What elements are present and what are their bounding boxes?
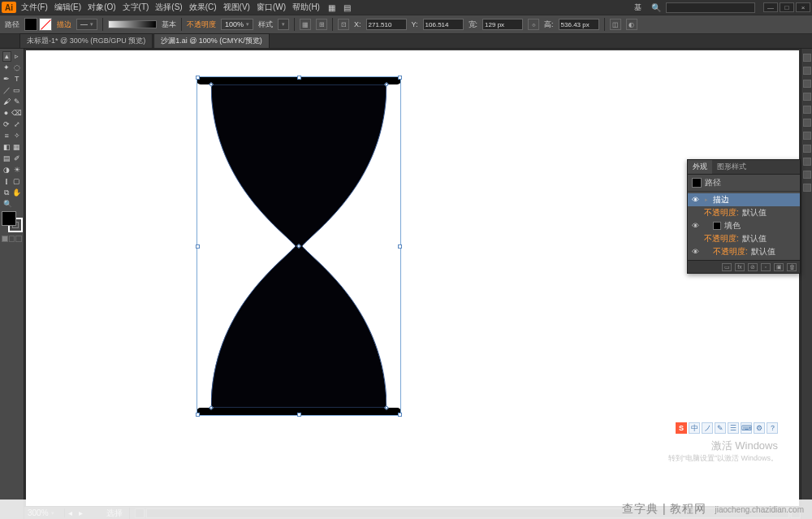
shb-tool[interactable]: ◧ [2,142,12,153]
slice-tool[interactable]: ⧉ [2,188,11,198]
eyedrop-tool[interactable]: ✐ [12,154,22,164]
hand-tool[interactable]: ✋ [11,188,22,198]
fill-box[interactable] [2,211,16,226]
dock-panel-icon[interactable] [803,93,811,101]
menu-item[interactable]: 窗口(W) [253,2,289,13]
expand-icon[interactable]: ▸ [703,197,710,203]
rotate-tool[interactable]: ⟳ [2,119,12,130]
row-swatch[interactable] [713,222,721,230]
document-tab[interactable]: 未标题-1* @ 300% (RGB/GPU 预览) [19,33,153,48]
symbol-tool[interactable]: ☀ [12,165,22,175]
menu-item[interactable]: 文件(F) [18,2,51,13]
stroke-swatch[interactable] [39,18,52,31]
blob-tool[interactable]: ● [2,108,11,119]
handle-mr[interactable] [398,244,402,249]
menu-item[interactable]: 选择(S) [152,2,185,13]
dock-panel-icon[interactable] [803,80,811,88]
ime-button[interactable]: ノ [702,422,713,434]
eraser-tool[interactable]: ⌫ [11,108,22,119]
panel-foot-button[interactable]: ▣ [774,263,784,271]
transform-icon[interactable]: ⊞ [316,19,327,30]
dock-panel-icon[interactable] [803,132,811,140]
search-icon[interactable]: 🔍 [648,3,664,12]
style-label[interactable]: 样式 [258,19,273,30]
bridge-icon[interactable]: ▦ [325,3,339,12]
visibility-icon[interactable]: 👁 [692,196,700,204]
style-dropdown[interactable]: ▾ [278,19,289,30]
dock-panel-icon[interactable] [803,171,811,179]
panel-foot-button[interactable]: ⊘ [748,263,758,271]
ime-button[interactable]: ⌨ [741,422,752,434]
mode-inside[interactable] [15,236,22,242]
warp-tool[interactable]: ✧ [12,131,22,141]
visibility-icon[interactable]: 👁 [692,222,700,230]
panel-foot-button[interactable]: ▭ [722,263,732,271]
ime-button[interactable]: S [676,422,687,434]
dock-panel-icon[interactable] [803,119,811,127]
handle-ml[interactable] [196,244,200,249]
link-wh-icon[interactable]: ⟐ [528,19,539,30]
dock-panel-icon[interactable] [803,184,811,192]
stroke-weight-dropdown[interactable]: —▾ [76,19,97,30]
panel-foot-button[interactable]: 🗑 [787,263,797,271]
appearance-row[interactable]: 👁填色 [688,219,800,232]
line-tool[interactable]: ／ [2,85,12,96]
maximize-button[interactable]: □ [780,2,794,12]
fill-swatch[interactable] [24,18,37,31]
rect-tool[interactable]: ▭ [12,85,22,96]
menu-item[interactable]: 编辑(E) [51,2,84,13]
stroke-profile[interactable] [108,20,157,28]
lasso-tool[interactable]: ◌ [12,63,22,73]
opacity-label[interactable]: 不透明度 [187,19,216,30]
sel-tool[interactable]: ▴ [2,51,12,62]
hourglass-art[interactable] [197,76,401,416]
menu-item[interactable]: 帮助(H) [289,2,323,13]
panel-foot-button[interactable]: ◦ [761,263,771,271]
menu-item[interactable]: 对象(O) [84,2,119,13]
artboard[interactable]: S中ノ✎☰⌨⚙？ 激活 Windows 转到“电脑设置”以激活 Windows。 [26,50,799,506]
appearance-row[interactable]: 不透明度: 默认值 [688,232,800,245]
w-field[interactable]: 129 px [482,19,523,30]
y-field[interactable]: 106.514 [423,19,464,30]
shape-mode-icon[interactable]: ◫ [610,19,621,30]
brush-basic-label[interactable]: 基本 [162,19,176,30]
panel-tab[interactable]: 外观 [688,160,712,174]
appearance-row[interactable]: 👁不透明度: 默认值 [688,245,800,258]
ime-button[interactable]: ☰ [728,422,739,434]
mode-normal[interactable] [2,236,8,242]
h-field[interactable]: 536.43 px [559,19,599,30]
isolate-icon[interactable]: ◐ [626,19,637,30]
wand-tool[interactable]: ✦ [2,63,12,73]
panel-foot-button[interactable]: fx [735,263,745,271]
dsel-tool[interactable]: ▹ [12,51,22,62]
ime-button[interactable]: ✎ [715,422,726,434]
appearance-panel[interactable]: 外观图形样式 路径 👁▸描边不透明度: 默认值👁填色不透明度: 默认值👁不透明度… [687,159,801,274]
scale-tool[interactable]: ⤢ [12,119,22,130]
mode-behind[interactable] [9,236,15,242]
document-tab[interactable]: 沙漏1.ai @ 100% (CMYK/预览) [153,33,270,48]
appearance-row[interactable]: 👁▸描边 [688,193,800,206]
arrange-icon[interactable]: ▤ [340,3,354,12]
fill-stroke-control[interactable] [2,211,23,232]
brush-tool[interactable]: 🖌 [2,97,12,107]
dock-panel-icon[interactable] [803,145,811,153]
ref-point-icon[interactable]: ⊡ [338,19,349,30]
pencil-tool[interactable]: ✎ [12,97,22,107]
opacity-dropdown[interactable]: 100%▾ [221,19,253,30]
ime-button[interactable]: 中 [689,422,700,434]
width-tool[interactable]: ≡ [2,131,12,141]
dock-panel-icon[interactable] [803,106,811,114]
zoom-tool[interactable]: 🔍 [2,199,13,210]
close-window-button[interactable]: × [796,2,810,12]
type-tool[interactable]: T [12,74,22,84]
dock-panel-icon[interactable] [803,54,811,62]
workspace-switcher[interactable]: 基 [629,2,646,13]
dock-panel-icon[interactable] [803,158,811,166]
panel-tab[interactable]: 图形样式 [712,160,751,174]
search-input[interactable] [666,2,755,13]
appearance-row[interactable]: 不透明度: 默认值 [688,206,800,219]
menu-item[interactable]: 效果(C) [186,2,220,13]
menu-item[interactable]: 视图(V) [220,2,253,13]
align-icon[interactable]: ▦ [300,19,311,30]
ime-button[interactable]: ？ [767,422,778,434]
